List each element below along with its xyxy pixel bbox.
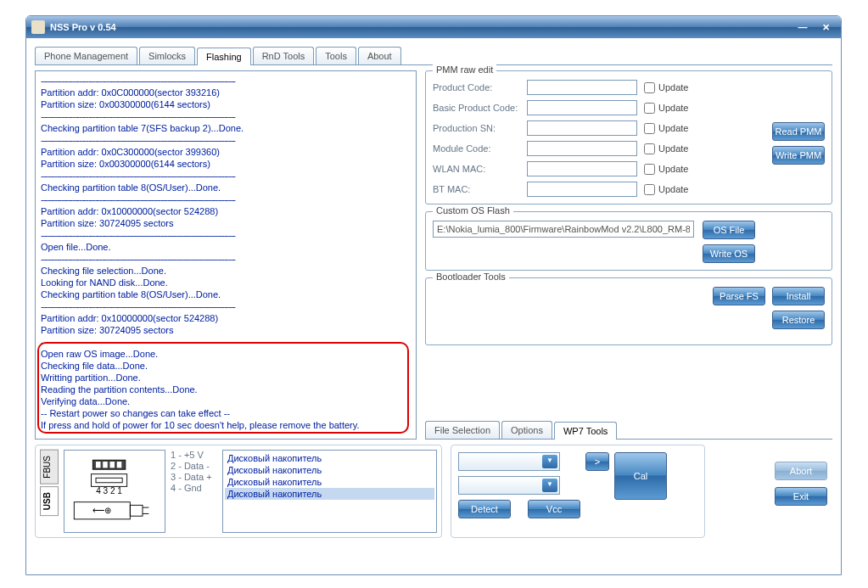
titlebar: NSS Pro v 0.54 — ✕ bbox=[26, 16, 841, 38]
app-icon bbox=[31, 20, 45, 34]
subtab-file-selection[interactable]: File Selection bbox=[425, 421, 500, 439]
cal-button[interactable]: Cal bbox=[614, 452, 667, 500]
tab-rnd-tools[interactable]: RnD Tools bbox=[253, 47, 315, 64]
check-wlan-mac[interactable]: Update bbox=[644, 164, 697, 175]
exit-panel: Abort Exit bbox=[714, 445, 832, 538]
dropdown-1[interactable] bbox=[458, 452, 560, 471]
connection-panel: FBUS USB 4 3 2 1 ⟵⊕ bbox=[35, 445, 442, 538]
pmm-group: PMM raw edit Product Code: Update Basic … bbox=[425, 70, 832, 204]
input-module-code[interactable] bbox=[527, 141, 637, 156]
list-item[interactable]: Дисковый накопитель bbox=[225, 452, 434, 464]
label-basic-product-code: Basic Product Code: bbox=[433, 103, 520, 113]
svg-rect-4 bbox=[117, 462, 122, 468]
tab-tools[interactable]: Tools bbox=[316, 47, 356, 64]
log-output[interactable]: ----------------------------------------… bbox=[35, 70, 417, 440]
tab-simlocks[interactable]: Simlocks bbox=[139, 47, 195, 64]
go-button[interactable]: > bbox=[585, 452, 609, 471]
read-pmm-button[interactable]: Read PMM bbox=[772, 122, 825, 141]
control-panel: Detect Vcc > Cal bbox=[451, 445, 705, 538]
vcc-button[interactable]: Vcc bbox=[528, 500, 580, 518]
minimize-button[interactable]: — bbox=[792, 20, 813, 35]
parse-fs-button[interactable]: Parse FS bbox=[713, 287, 765, 305]
write-pmm-button[interactable]: Write PMM bbox=[772, 146, 825, 165]
check-basic-product-code[interactable]: Update bbox=[644, 103, 697, 114]
restore-button[interactable]: Restore bbox=[772, 311, 825, 329]
input-production-sn[interactable] bbox=[527, 120, 637, 136]
input-basic-product-code[interactable] bbox=[527, 100, 637, 115]
svg-rect-2 bbox=[103, 462, 108, 468]
list-item[interactable]: Дисковый накопитель bbox=[225, 488, 434, 500]
check-module-code[interactable]: Update bbox=[644, 143, 697, 154]
exit-button[interactable]: Exit bbox=[775, 487, 827, 506]
svg-rect-3 bbox=[110, 462, 115, 468]
input-bt-mac[interactable] bbox=[527, 182, 637, 197]
bootloader-group: Bootloader Tools Parse FS Install Restor… bbox=[425, 277, 832, 345]
subtab-wp7-tools[interactable]: WP7 Tools bbox=[554, 422, 617, 440]
input-wlan-mac[interactable] bbox=[527, 161, 637, 176]
log-pane: ----------------------------------------… bbox=[35, 70, 417, 440]
svg-rect-5 bbox=[92, 474, 127, 487]
input-product-code[interactable] bbox=[527, 80, 637, 95]
tab-phone-management[interactable]: Phone Management bbox=[35, 47, 137, 64]
pmm-title: PMM raw edit bbox=[433, 64, 496, 75]
tab-flashing[interactable]: Flashing bbox=[197, 48, 251, 65]
label-module-code: Module Code: bbox=[433, 143, 520, 154]
tab-usb[interactable]: USB bbox=[40, 486, 59, 516]
svg-rect-6 bbox=[96, 478, 122, 483]
label-bt-mac: BT MAC: bbox=[433, 184, 520, 194]
usb-diagram: 4 3 2 1 ⟵⊕ bbox=[64, 450, 165, 533]
svg-rect-1 bbox=[96, 462, 101, 468]
list-item[interactable]: Дисковый накопитель bbox=[225, 476, 434, 488]
check-product-code[interactable]: Update bbox=[644, 82, 697, 93]
svg-text:⟵⊕: ⟵⊕ bbox=[92, 506, 111, 515]
abort-button[interactable]: Abort bbox=[775, 462, 827, 480]
custom-os-group: Custom OS Flash OS File Write OS bbox=[425, 211, 832, 271]
svg-text:4 3 2 1: 4 3 2 1 bbox=[96, 486, 122, 496]
window-title: NSS Pro v 0.54 bbox=[50, 22, 116, 32]
label-production-sn: Production SN: bbox=[433, 123, 520, 133]
write-os-button[interactable]: Write OS bbox=[703, 244, 755, 263]
subtab-options[interactable]: Options bbox=[501, 421, 552, 439]
disk-list[interactable]: Дисковый накопитель Дисковый накопитель … bbox=[222, 450, 437, 533]
close-button[interactable]: ✕ bbox=[815, 20, 836, 35]
main-tabs: Phone Management Simlocks Flashing RnD T… bbox=[35, 47, 832, 65]
app-window: NSS Pro v 0.54 — ✕ Phone Management Siml… bbox=[25, 15, 842, 575]
svg-rect-9 bbox=[130, 505, 143, 516]
tab-fbus[interactable]: FBUS bbox=[40, 450, 59, 484]
tab-about[interactable]: About bbox=[358, 47, 401, 64]
os-file-button[interactable]: OS File bbox=[703, 221, 755, 239]
label-product-code: Product Code: bbox=[433, 82, 520, 92]
label-wlan-mac: WLAN MAC: bbox=[433, 164, 520, 174]
os-path-input[interactable] bbox=[433, 221, 694, 238]
list-item[interactable]: Дисковый накопитель bbox=[225, 464, 434, 476]
install-button[interactable]: Install bbox=[772, 287, 825, 305]
pin-labels: 1 - +5 V 2 - Data - 3 - Data + 4 - Gnd bbox=[171, 450, 217, 533]
sub-tabs: File Selection Options WP7 Tools bbox=[425, 421, 832, 440]
bootloader-title: Bootloader Tools bbox=[433, 272, 509, 282]
dropdown-2[interactable] bbox=[458, 476, 560, 495]
check-production-sn[interactable]: Update bbox=[644, 123, 697, 134]
detect-button[interactable]: Detect bbox=[458, 500, 511, 518]
custom-os-title: Custom OS Flash bbox=[433, 205, 513, 216]
check-bt-mac[interactable]: Update bbox=[644, 184, 697, 195]
